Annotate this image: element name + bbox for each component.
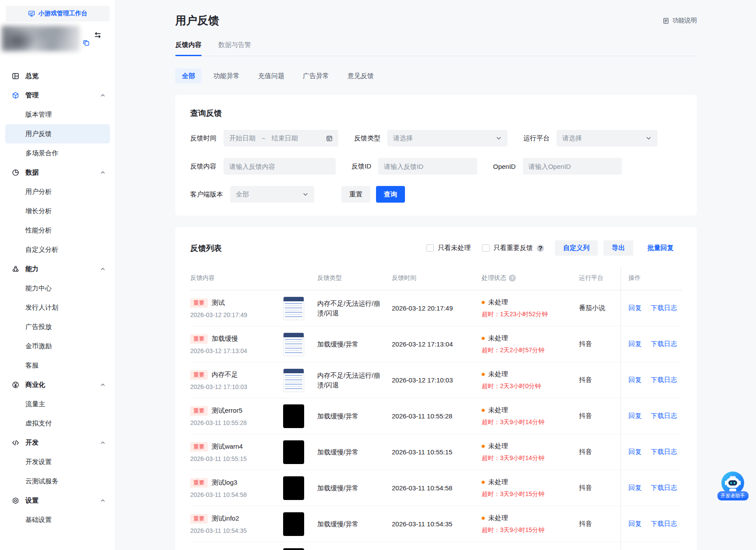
checkbox-box[interactable]	[426, 244, 434, 252]
feedback-screenshot-thumbnail[interactable]	[283, 512, 304, 536]
workbench-button[interactable]: 小游戏管理工作台	[6, 6, 110, 21]
sidebar-item-user-analysis[interactable]: 用户分析	[5, 182, 110, 201]
sidebar-item-ad-delivery[interactable]: 广告投放	[5, 317, 110, 336]
sidebar-item-version-management[interactable]: 版本管理	[5, 105, 110, 124]
feedback-screenshot-thumbnail[interactable]	[283, 368, 304, 392]
important-badge: 重要	[190, 514, 208, 524]
checkbox-box[interactable]	[482, 244, 490, 252]
col-run-platform: 运行平台	[579, 266, 621, 290]
monitor-chart-icon	[28, 10, 35, 17]
pill-all[interactable]: 全部	[175, 68, 202, 83]
help-circle-icon[interactable]: ?	[537, 245, 544, 252]
pill-recharge-issue[interactable]: 充值问题	[252, 68, 291, 83]
tab-data-alerts[interactable]: 数据与告警	[218, 41, 251, 56]
sidebar-item-overview[interactable]: 总览	[0, 66, 115, 86]
tab-feedback-content[interactable]: 反馈内容	[175, 41, 202, 56]
sidebar-group-monetization[interactable]: 商业化	[0, 375, 115, 394]
help-circle-icon[interactable]: ?	[509, 275, 516, 282]
reply-link[interactable]: 回复	[628, 376, 642, 384]
reset-button[interactable]: 重置	[341, 186, 370, 203]
feedback-screenshot-thumbnail[interactable]	[283, 296, 304, 320]
overtime-label: 超时：3天9小时15分钟	[482, 526, 579, 534]
sidebar-item-label: 云测试服务	[25, 477, 58, 486]
sidebar-item-virtual-payment[interactable]: 虚拟支付	[5, 414, 110, 433]
copy-icon[interactable]	[82, 39, 90, 48]
sidebar-item-customer-service[interactable]: 客服	[5, 356, 110, 375]
developer-assistant-widget[interactable]: 开发者助手	[720, 471, 745, 500]
sidebar-group-capability[interactable]: 能力	[0, 259, 115, 279]
reply-link[interactable]: 回复	[628, 484, 642, 492]
reply-link[interactable]: 回复	[628, 304, 642, 312]
run-platform-select[interactable]: 请选择	[557, 130, 657, 146]
feedback-screenshot-thumbnail[interactable]	[283, 332, 304, 356]
batch-reply-button[interactable]: 批量回复	[639, 240, 682, 256]
sidebar-item-cloud-test[interactable]: 云测试服务	[5, 471, 110, 491]
feedback-screenshot-thumbnail[interactable]	[283, 440, 304, 464]
chevron-up-icon[interactable]	[100, 440, 106, 446]
feedback-screenshot-thumbnail[interactable]	[283, 476, 304, 500]
chevron-up-icon[interactable]	[100, 498, 106, 504]
feedback-time: 2026-03-11 10:54:35	[392, 520, 482, 528]
checkbox-only-unprocessed[interactable]: 只看未处理	[426, 244, 471, 252]
openid-input[interactable]	[529, 163, 616, 170]
sidebar-group-development[interactable]: 开发	[0, 433, 115, 452]
sidebar-item-publisher-plan[interactable]: 发行人计划	[5, 298, 110, 317]
feedback-type-filter: 全部 功能异常 充值问题 广告异常 意见反馈	[175, 68, 697, 83]
main-content: 用户反馈 功能说明 反馈内容 数据与告警 全部 功能异常 充值问题 广告异常 意…	[116, 0, 756, 550]
pill-opinion[interactable]: 意见反馈	[341, 68, 380, 83]
reply-link[interactable]: 回复	[628, 412, 642, 420]
date-range-picker[interactable]: 开始日期 ~ 结束日期	[224, 130, 338, 146]
chevron-up-icon[interactable]	[100, 266, 106, 272]
table-row: 重要测试info2 2026-03-11 10:54:35 加载缓慢/异常 20…	[190, 506, 682, 542]
sidebar-group-management[interactable]: 管理	[0, 86, 115, 105]
download-log-link[interactable]: 下载日志	[651, 448, 677, 456]
pill-ad-error[interactable]: 广告异常	[296, 68, 336, 83]
customize-columns-button[interactable]: 自定义列	[555, 240, 598, 256]
pill-function-error[interactable]: 功能异常	[207, 68, 246, 83]
download-log-link[interactable]: 下载日志	[651, 520, 677, 528]
status-label: 未处理	[488, 478, 508, 486]
sidebar-item-multi-scene[interactable]: 多场景合作	[5, 143, 110, 163]
download-log-link[interactable]: 下载日志	[651, 340, 677, 348]
sidebar-item-custom-analysis[interactable]: 自定义分析	[5, 240, 110, 259]
feedback-screenshot-thumbnail[interactable]	[283, 404, 304, 428]
platform-label: 抖音	[579, 484, 621, 492]
sidebar-item-performance-analysis[interactable]: 性能分析	[5, 221, 110, 240]
feedback-type: 加载缓慢/异常	[317, 483, 392, 493]
reply-link[interactable]: 回复	[628, 448, 642, 456]
status-label: 未处理	[488, 406, 508, 414]
download-log-link[interactable]: 下载日志	[651, 376, 677, 384]
download-log-link[interactable]: 下载日志	[651, 304, 677, 312]
download-log-link[interactable]: 下载日志	[651, 412, 677, 420]
feature-doc-link[interactable]: 功能说明	[663, 17, 697, 25]
status-dot	[482, 373, 485, 376]
chevron-up-icon[interactable]	[100, 93, 106, 98]
checkbox-only-important[interactable]: 只看重要反馈 ?	[482, 244, 544, 252]
sidebar-group-settings[interactable]: 设置	[0, 491, 115, 510]
sidebar-group-data[interactable]: 数据	[0, 163, 115, 182]
feedback-screenshot-thumbnail[interactable]	[283, 548, 304, 550]
feedback-type: 加载缓慢/异常	[317, 447, 392, 457]
download-log-link[interactable]: 下载日志	[651, 484, 677, 492]
client-version-select[interactable]: 全部	[230, 186, 314, 203]
search-button[interactable]: 查询	[376, 186, 405, 203]
reply-link[interactable]: 回复	[628, 340, 642, 348]
feedback-content-input[interactable]	[229, 163, 330, 170]
sidebar-item-coin-incentive[interactable]: 金币激励	[5, 336, 110, 356]
sidebar-item-traffic-owner[interactable]: 流量主	[5, 394, 110, 414]
sidebar-item-capability-center[interactable]: 能力中心	[5, 279, 110, 298]
sidebar-item-dev-settings[interactable]: 开发设置	[5, 452, 110, 471]
feedback-type-label: 反馈类型	[354, 134, 380, 143]
export-button[interactable]: 导出	[603, 240, 633, 256]
reply-link[interactable]: 回复	[628, 520, 642, 528]
feedback-id-input[interactable]	[384, 163, 472, 170]
sidebar-item-growth-analysis[interactable]: 增长分析	[5, 201, 110, 221]
switch-game-icon[interactable]	[94, 31, 102, 40]
chevron-up-icon[interactable]	[100, 170, 106, 175]
sidebar-item-user-feedback[interactable]: 用户反馈	[5, 124, 110, 143]
chevron-up-icon[interactable]	[100, 382, 106, 388]
col-actions: 操作	[621, 266, 682, 290]
feedback-type-select[interactable]: 请选择	[387, 130, 508, 146]
sidebar-item-basic-settings[interactable]: 基础设置	[5, 510, 110, 529]
sidebar-item-label: 金币激励	[25, 342, 52, 350]
